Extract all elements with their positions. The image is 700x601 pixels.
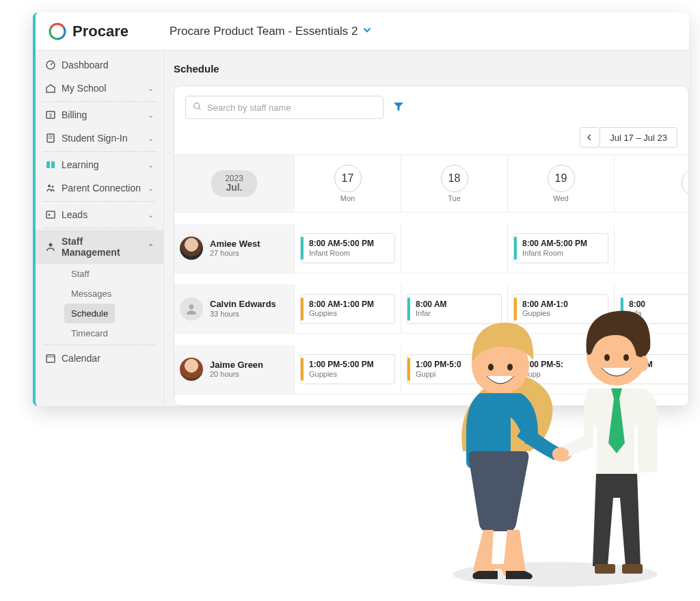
sidebar: Dashboard My School ⌄ $ Billing ⌄ Studen… [36, 51, 164, 406]
search-input[interactable] [207, 103, 376, 113]
staff-submenu: Staff Messages Schedule Timecard [36, 264, 163, 343]
day-header-19[interactable]: 19Wed [508, 155, 615, 213]
subitem-staff[interactable]: Staff [64, 264, 96, 284]
schedule-cell[interactable]: 8:00 AM-1:0Guppies [508, 284, 615, 334]
team-dropdown[interactable]: Procare Product Team - Essentials 2 [170, 25, 372, 38]
calendar-icon [45, 353, 56, 364]
schedule-cell[interactable]: 8:00 AM-5:00 PMInfant Room [295, 224, 401, 273]
team-dropdown-label: Procare Product Team - Essentials 2 [170, 25, 358, 38]
svg-rect-9 [51, 161, 55, 168]
svg-point-13 [49, 214, 51, 216]
date-range-picker[interactable]: Jul 17 – Jul 23 [600, 127, 677, 148]
chevron-down-icon: ⌄ [148, 184, 154, 193]
schedule-cell[interactable]: 1:00 PM-5:0Guppi [401, 345, 508, 395]
logo-icon [48, 22, 67, 41]
sidebar-item-learning[interactable]: Learning ⌄ [36, 153, 163, 176]
sidebar-item-my-school[interactable]: My School ⌄ [36, 77, 163, 100]
avatar [180, 358, 203, 381]
month-pill: 2023 Jul. [211, 170, 257, 197]
dashboard-icon [45, 59, 56, 70]
sidebar-item-parent-connection[interactable]: Parent Connection ⌄ [36, 176, 163, 200]
schedule-cell[interactable] [615, 224, 688, 273]
signin-icon [45, 133, 56, 144]
day-header-18[interactable]: 18Tue [401, 155, 508, 213]
sidebar-item-dashboard[interactable]: Dashboard [36, 53, 163, 77]
avatar [180, 237, 203, 260]
body-row: Dashboard My School ⌄ $ Billing ⌄ Studen… [36, 51, 689, 406]
app-window: Procare Procare Product Team - Essential… [33, 12, 689, 406]
schedule-cell[interactable]: 8:00 AM-5:00 PMInfant Room [508, 224, 615, 273]
main-panel: Schedule Jul 17 – J [164, 51, 689, 406]
brand-name: Procare [72, 23, 129, 40]
svg-rect-15 [46, 355, 55, 362]
svg-point-10 [48, 185, 51, 187]
schedule-cell[interactable]: 8:00 AMInfar [401, 284, 508, 334]
schedule-cell[interactable]: 1:00 PM-5:Gupp [508, 345, 615, 395]
subitem-timecard[interactable]: Timecard [64, 323, 115, 343]
schedule-panel: Jul 17 – Jul 23 2023 Jul. 17Mon 18Tue 19… [174, 85, 689, 406]
parent-icon [45, 183, 56, 193]
schedule-cell[interactable]: 1:00 PM-5:00 PMGuppies [295, 345, 401, 395]
sidebar-item-calendar[interactable]: Calendar [36, 347, 163, 370]
staff-row-calvin: Calvin Edwards33 hours [174, 284, 295, 334]
schedule-cell[interactable] [401, 224, 508, 273]
day-header-17[interactable]: 17Mon [295, 155, 401, 213]
subitem-schedule[interactable]: Schedule [64, 304, 115, 323]
sidebar-item-billing[interactable]: $ Billing ⌄ [36, 103, 163, 126]
sidebar-item-leads[interactable]: Leads ⌄ [36, 203, 163, 226]
svg-rect-27 [622, 564, 643, 574]
chevron-down-icon: ⌄ [148, 84, 154, 93]
svg-point-22 [552, 448, 571, 462]
svg-rect-26 [595, 564, 615, 574]
sidebar-item-staff-management[interactable]: Staff Management ⌃ [36, 230, 163, 264]
svg-text:$: $ [49, 113, 52, 118]
school-icon [45, 83, 56, 94]
page-title: Schedule [164, 51, 689, 85]
sidebar-item-student-signin[interactable]: Student Sign-In ⌄ [36, 126, 163, 150]
chevron-down-icon [362, 25, 372, 38]
billing-icon: $ [45, 109, 56, 120]
avatar [180, 297, 203, 321]
chevron-up-icon: ⌃ [148, 243, 154, 252]
search-icon [193, 101, 202, 113]
filter-icon[interactable] [393, 101, 404, 114]
staff-row-amiee: Amiee West27 hours [174, 224, 295, 273]
learning-icon [45, 159, 56, 170]
svg-point-16 [194, 103, 200, 109]
prev-week-button[interactable] [580, 127, 600, 148]
svg-point-11 [52, 186, 54, 188]
svg-rect-12 [46, 211, 55, 218]
svg-point-17 [189, 304, 194, 309]
logo: Procare [48, 22, 129, 41]
svg-point-18 [453, 562, 658, 587]
schedule-cell[interactable]: 8:00 AM-1:00 PMGuppies [295, 284, 401, 334]
search-input-wrapper[interactable] [185, 96, 383, 119]
svg-point-28 [552, 447, 569, 459]
subitem-messages[interactable]: Messages [64, 284, 118, 304]
chevron-down-icon: ⌄ [148, 161, 154, 170]
schedule-grid: 2023 Jul. 17Mon 18Tue 19Wed 2 Amiee West… [174, 155, 688, 405]
leads-icon [45, 209, 56, 220]
staff-row-jaime: Jaime Green20 hours [174, 345, 295, 395]
svg-rect-8 [46, 161, 50, 168]
toolbar [174, 86, 688, 123]
svg-point-14 [49, 243, 53, 247]
chevron-down-icon: ⌄ [148, 134, 154, 143]
chevron-down-icon: ⌄ [148, 211, 154, 219]
date-nav: Jul 17 – Jul 23 [174, 123, 688, 155]
chevron-down-icon: ⌄ [148, 111, 154, 120]
schedule-cell[interactable]: 00 PMG [615, 345, 688, 395]
staff-icon [45, 241, 56, 252]
topbar: Procare Procare Product Team - Essential… [36, 12, 689, 51]
schedule-cell[interactable]: 8:00Infa [615, 284, 688, 334]
